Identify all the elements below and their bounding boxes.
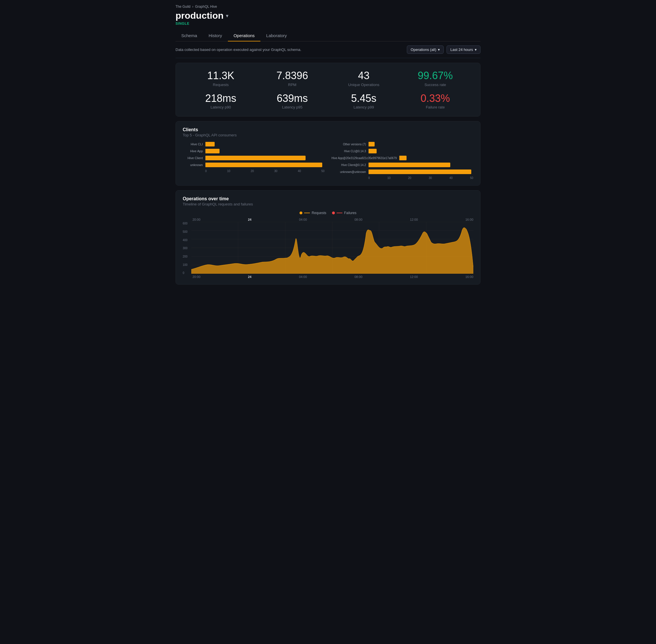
bar-label: Hive App@20e3129caa921c35e9979631e17a067… bbox=[331, 157, 397, 160]
page-subtitle: SINGLE bbox=[175, 22, 481, 26]
bar-row: Hive Client bbox=[183, 156, 325, 160]
stat-failure-value: 0.33% bbox=[400, 93, 471, 104]
bar-label: unknown@unknown bbox=[331, 170, 366, 174]
stat-failure: 0.33% Failure rate bbox=[400, 93, 471, 110]
breadcrumb-org[interactable]: The Guild bbox=[175, 5, 190, 9]
tab-operations[interactable]: Operations bbox=[228, 30, 260, 42]
breadcrumb-sep: › bbox=[192, 5, 193, 9]
stat-unique-ops: 43 Unique Operations bbox=[328, 70, 400, 87]
tab-laboratory[interactable]: Laboratory bbox=[260, 30, 292, 42]
legend-requests-label: Requests bbox=[312, 211, 326, 215]
legend-failures-label: Failures bbox=[344, 211, 356, 215]
bar-track bbox=[205, 163, 325, 167]
stat-latency-p90: 218ms Latency p90 bbox=[185, 93, 257, 110]
clients-charts-row: Hive CLIHive AppHive Clientunknown010203… bbox=[183, 142, 473, 180]
filter-description: Data collected based on operation execut… bbox=[175, 47, 301, 52]
bar-fill bbox=[368, 149, 377, 153]
legend-requests-line bbox=[304, 213, 310, 213]
legend-failures-dot bbox=[332, 211, 335, 214]
stat-rpm-label: RPM bbox=[257, 83, 328, 87]
legend-failures: Failures bbox=[332, 211, 356, 215]
bar-row: Hive CLI@0.14.3 bbox=[331, 149, 473, 153]
clients-subtitle: Top 5 - GraphQL API consumers bbox=[183, 133, 473, 137]
operations-over-time-subtitle: Timeline of GraphQL requests and failure… bbox=[183, 202, 473, 206]
legend-failures-line bbox=[337, 213, 343, 213]
bar-row: Hive Client@0.14.2 bbox=[331, 163, 473, 167]
stat-latency-p95: 639ms Latency p95 bbox=[257, 93, 328, 110]
clients-left-chart: Hive CLIHive AppHive Clientunknown010203… bbox=[183, 142, 325, 180]
bar-label: Hive CLI@0.14.3 bbox=[331, 150, 366, 153]
time-chart-svg bbox=[191, 222, 473, 274]
bar-fill bbox=[205, 142, 215, 146]
x-axis-bottom: 20:00 24 04:00 08:00 12:00 16:00 bbox=[183, 275, 473, 279]
clients-right-chart: Other versions (7)Hive CLI@0.14.3Hive Ap… bbox=[331, 142, 473, 180]
tab-schema[interactable]: Schema bbox=[175, 30, 203, 42]
bar-row: Hive CLI bbox=[183, 142, 325, 146]
legend-requests: Requests bbox=[300, 211, 326, 215]
time-filter-button[interactable]: Last 24 hours ▾ bbox=[447, 45, 481, 54]
bar-label: unknown bbox=[183, 163, 203, 167]
stat-latency-p95-label: Latency p95 bbox=[257, 105, 328, 109]
stat-success: 99.67% Success rate bbox=[400, 70, 471, 87]
title-dropdown-icon[interactable]: ▾ bbox=[226, 13, 229, 19]
stat-latency-p99-value: 5.45s bbox=[328, 93, 400, 104]
breadcrumb-app[interactable]: GraphQL Hive bbox=[195, 5, 217, 9]
tab-history[interactable]: History bbox=[203, 30, 228, 42]
page-title: production bbox=[175, 10, 224, 21]
bar-row: Other versions (7) bbox=[331, 142, 473, 146]
stat-unique-ops-value: 43 bbox=[328, 70, 400, 82]
breadcrumb: The Guild › GraphQL Hive bbox=[175, 5, 481, 9]
bar-label: Hive App bbox=[183, 150, 203, 153]
clients-card: Clients Top 5 - GraphQL API consumers Hi… bbox=[175, 121, 481, 186]
operations-filter-button[interactable]: Operations (all) ▾ bbox=[407, 45, 444, 54]
bar-fill bbox=[205, 156, 306, 160]
legend-requests-dot bbox=[300, 211, 302, 214]
bar-track bbox=[205, 156, 325, 160]
stat-rpm: 7.8396 RPM bbox=[257, 70, 328, 87]
bar-fill bbox=[399, 156, 406, 160]
stat-rpm-value: 7.8396 bbox=[257, 70, 328, 82]
x-axis-top: 20:00 24 04:00 08:00 12:00 16:00 bbox=[183, 218, 473, 221]
bar-label: Hive CLI bbox=[183, 142, 203, 146]
bar-track bbox=[368, 169, 473, 174]
bar-track bbox=[368, 163, 473, 167]
bar-track bbox=[399, 156, 473, 160]
nav-tabs: Schema History Operations Laboratory bbox=[175, 30, 481, 42]
stat-success-label: Success rate bbox=[400, 83, 471, 87]
operations-over-time-card: Operations over time Timeline of GraphQL… bbox=[175, 190, 481, 284]
bar-row: Hive App@20e3129caa921c35e9979631e17a067… bbox=[331, 156, 473, 160]
bar-fill bbox=[205, 149, 219, 153]
stat-latency-p99: 5.45s Latency p99 bbox=[328, 93, 400, 110]
stat-latency-p95-value: 639ms bbox=[257, 93, 328, 104]
bar-track bbox=[205, 142, 325, 146]
y-axis-labels: 0 100 200 300 400 500 600 bbox=[183, 222, 191, 275]
bar-fill bbox=[368, 169, 471, 174]
bar-fill bbox=[368, 163, 450, 167]
stat-latency-p90-label: Latency p90 bbox=[185, 105, 257, 109]
bar-axis: 01020304050 bbox=[183, 169, 325, 172]
bar-row: Hive App bbox=[183, 149, 325, 153]
bar-track bbox=[368, 142, 473, 146]
stat-requests: 11.3K Requests bbox=[185, 70, 257, 87]
operations-over-time-title: Operations over time bbox=[183, 196, 473, 202]
bar-fill bbox=[368, 142, 375, 146]
clients-title: Clients bbox=[183, 127, 473, 132]
time-chart-container: 0 100 200 300 400 500 600 bbox=[183, 222, 473, 275]
stat-failure-label: Failure rate bbox=[400, 105, 471, 109]
bar-fill bbox=[205, 163, 322, 167]
bar-axis: 01020304050 bbox=[331, 177, 473, 180]
bar-label: Hive Client@0.14.2 bbox=[331, 163, 366, 167]
stat-requests-value: 11.3K bbox=[185, 70, 257, 82]
stat-latency-p99-label: Latency p99 bbox=[328, 105, 400, 109]
stats-card: 11.3K Requests 7.8396 RPM 43 Unique Oper… bbox=[175, 63, 481, 117]
time-chart-wrapper: 0 100 200 300 400 500 600 bbox=[183, 222, 473, 275]
bar-label: Other versions (7) bbox=[331, 143, 366, 146]
bar-track bbox=[205, 149, 325, 153]
bar-label: Hive Client bbox=[183, 156, 203, 160]
bar-row: unknown@unknown bbox=[331, 169, 473, 174]
stat-latency-p90-value: 218ms bbox=[185, 93, 257, 104]
filter-controls: Operations (all) ▾ Last 24 hours ▾ bbox=[407, 45, 481, 54]
stat-success-value: 99.67% bbox=[400, 70, 471, 82]
bar-row: unknown bbox=[183, 163, 325, 167]
filter-bar: Data collected based on operation execut… bbox=[175, 42, 481, 58]
